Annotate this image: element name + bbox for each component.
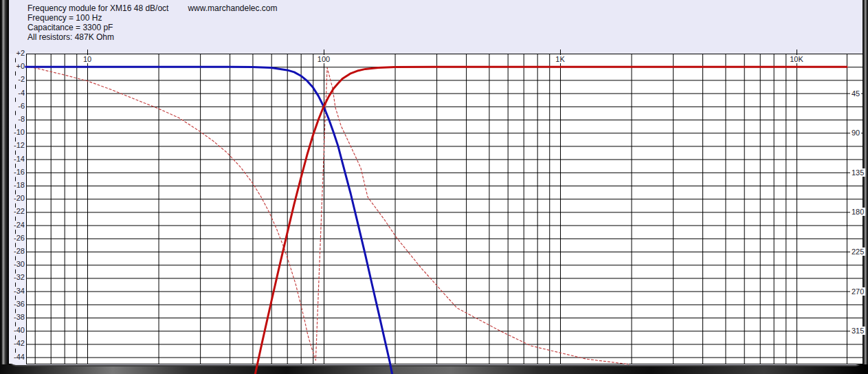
- highpass-curve: [254, 67, 847, 374]
- screenshot-root: { "header": { "title": "Frequency module…: [0, 0, 868, 374]
- curves-layer: [0, 0, 868, 374]
- phase-curve: [26, 66, 629, 364]
